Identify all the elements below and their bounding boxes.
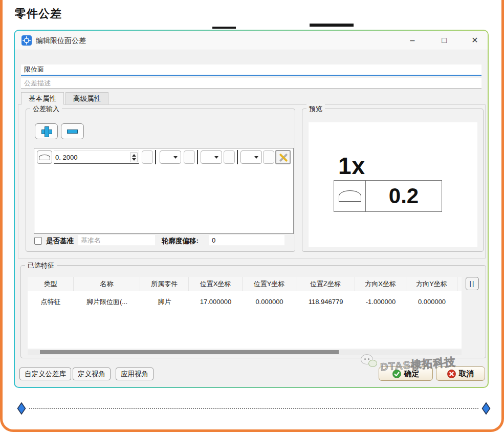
- table-row[interactable]: 点特征 脚片限位面(... 脚片 17.000000 0.000000 118.…: [28, 294, 462, 310]
- chevron-down-icon: [173, 156, 178, 159]
- datum-name-input[interactable]: [78, 235, 155, 246]
- col-pos-z[interactable]: 位置Z坐标: [296, 277, 355, 291]
- fcf-value-cell: 0.2: [366, 181, 442, 211]
- decorative-line: [212, 27, 236, 29]
- feature-control-frame: 0.2: [334, 180, 442, 212]
- cell-type: 点特征: [28, 294, 74, 310]
- diamond-icon: [481, 402, 491, 415]
- features-table-header: 类型 名称 所属零件 位置X坐标 位置Y坐标 位置Z坐标 方向X坐标 方向Y坐标: [28, 277, 462, 291]
- apply-view-button[interactable]: 应用视角: [116, 368, 154, 380]
- is-datum-checkbox[interactable]: [34, 237, 42, 245]
- datum-combo-1[interactable]: [160, 150, 181, 164]
- dotted-separator: [29, 408, 478, 409]
- features-table-body: 点特征 脚片限位面(... 脚片 17.000000 0.000000 118.…: [28, 291, 462, 349]
- cell-part: 脚片: [140, 294, 189, 310]
- col-dir-x[interactable]: 方向X坐标: [355, 277, 406, 291]
- preview-group: 预览 1x 0.2: [302, 109, 484, 252]
- decorative-line: [310, 24, 354, 27]
- define-view-button[interactable]: 定义视角: [73, 368, 111, 380]
- edit-limit-surface-tolerance-dialog: 编辑限位面公差 – □ ✕ 基本属性 高级属性 公差输入: [14, 30, 489, 388]
- cell-name: 脚片限位面(...: [74, 294, 140, 310]
- feature-multiplier: 1x: [338, 152, 365, 180]
- separator: [197, 150, 198, 164]
- chevron-down-icon: [254, 156, 258, 159]
- column-toggle-button[interactable]: ||: [466, 277, 479, 290]
- tolerance-symbol-button[interactable]: [37, 150, 52, 164]
- cell-pos-x: 17.000000: [189, 294, 243, 310]
- modifier-box-1[interactable]: [142, 150, 153, 164]
- group-label: 预览: [306, 104, 325, 114]
- tab-basic-properties[interactable]: 基本属性: [21, 92, 64, 105]
- cancel-label: 取消: [459, 369, 474, 379]
- tolerance-row: [34, 148, 293, 166]
- cancel-button[interactable]: 取消: [436, 366, 485, 381]
- diamond-icon: [17, 402, 26, 415]
- fcf-symbol-cell: [334, 181, 366, 211]
- minus-icon: [67, 129, 78, 134]
- profile-of-surface-icon: [339, 190, 361, 202]
- separator: [237, 150, 238, 164]
- col-type[interactable]: 类型: [28, 277, 74, 291]
- profile-of-surface-icon: [39, 155, 50, 160]
- preview-canvas: 1x 0.2: [309, 122, 477, 247]
- tolerance-description-input[interactable]: [21, 78, 481, 89]
- datum-combo-2[interactable]: [201, 150, 222, 164]
- col-name[interactable]: 名称: [74, 277, 140, 291]
- profile-offset-input[interactable]: [209, 235, 284, 246]
- page-title: 零件公差: [15, 6, 62, 21]
- col-part[interactable]: 所属零件: [140, 277, 189, 291]
- selected-features-group: 已选特征 类型 名称 所属零件 位置X坐标 位置Y坐标 位置Z坐标 方向X坐标 …: [20, 265, 486, 358]
- modifier-box-3[interactable]: [224, 150, 235, 164]
- group-label: 已选特征: [25, 261, 57, 270]
- advanced-settings-button[interactable]: [275, 150, 291, 164]
- part-tolerance-page: 零件公差 编辑限位面公差 – □ ✕ 基本属性: [0, 0, 504, 432]
- cell-dir-y: 0.000000: [406, 294, 457, 310]
- col-pos-x[interactable]: 位置X坐标: [189, 277, 243, 291]
- datum-combo-3[interactable]: [240, 150, 262, 164]
- modifier-box-4[interactable]: [263, 150, 274, 164]
- maximize-button[interactable]: □: [436, 33, 452, 48]
- add-tolerance-button[interactable]: [35, 123, 58, 139]
- custom-tolerance-library-button[interactable]: 自定义公差库: [19, 368, 71, 380]
- cell-pos-z: 118.946779: [296, 294, 355, 310]
- modifier-box-2[interactable]: [184, 150, 195, 164]
- minimize-button[interactable]: –: [405, 33, 420, 48]
- col-dir-y[interactable]: 方向Y坐标: [406, 277, 457, 291]
- property-tabs: 基本属性 高级属性: [21, 92, 110, 105]
- check-icon: [392, 370, 401, 378]
- is-datum-label: 是否基准: [46, 236, 74, 246]
- ok-label: 确定: [404, 369, 420, 379]
- separator: [155, 150, 156, 164]
- scrollbar-thumb[interactable]: [40, 350, 339, 354]
- cell-pos-y: 0.000000: [243, 294, 296, 310]
- profile-offset-label: 轮廓度偏移:: [162, 236, 199, 246]
- ok-button[interactable]: 确定: [379, 366, 433, 381]
- cell-dir-x: -1.000000: [355, 294, 406, 310]
- dialog-titlebar[interactable]: 编辑限位面公差 – □ ✕: [15, 31, 488, 50]
- tolerance-value-input[interactable]: [55, 152, 122, 163]
- crosshair-app-icon: [21, 35, 32, 46]
- col-pos-y[interactable]: 位置Y坐标: [243, 277, 296, 291]
- chevron-down-icon: [214, 156, 218, 159]
- tolerance-list: [34, 148, 294, 234]
- tab-advanced-properties[interactable]: 高级属性: [65, 92, 108, 105]
- x-icon: [447, 370, 456, 378]
- remove-tolerance-button[interactable]: [61, 123, 84, 139]
- wechat-icon-small: [368, 360, 377, 367]
- close-button[interactable]: ✕: [467, 33, 483, 48]
- tolerance-name-input[interactable]: [21, 64, 481, 76]
- tolerance-value-spinner[interactable]: [54, 150, 139, 164]
- group-label: 公差输入: [30, 104, 62, 114]
- horizontal-scrollbar[interactable]: [28, 350, 462, 355]
- spinner-arrows[interactable]: [130, 152, 138, 162]
- dialog-title: 编辑限位面公差: [36, 36, 86, 46]
- tolerance-input-group: 公差输入: [26, 109, 295, 252]
- spin-up-icon[interactable]: [132, 154, 136, 157]
- plus-icon: [41, 126, 51, 136]
- spin-down-icon[interactable]: [132, 158, 136, 161]
